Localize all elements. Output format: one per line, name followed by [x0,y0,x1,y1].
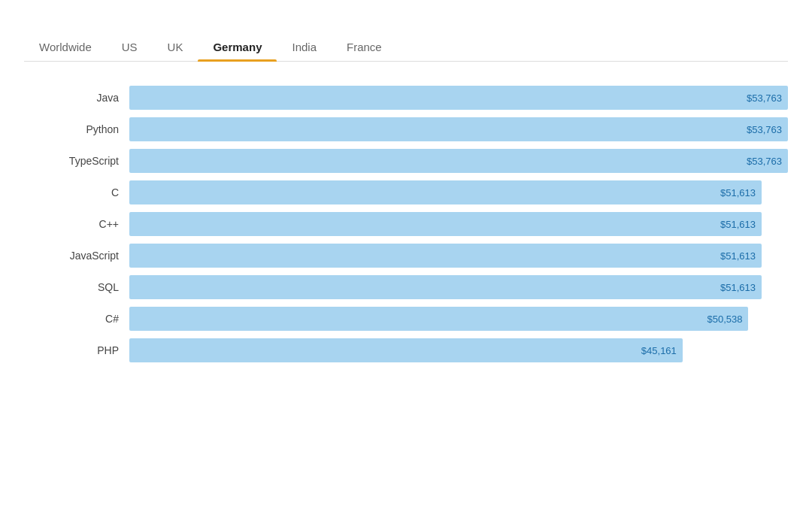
bar-fill: $50,538 [129,307,748,331]
bar-container: $51,613 [129,180,788,204]
bar-value: $53,763 [747,92,782,104]
bar-container: $51,613 [129,212,788,236]
bar-container: $53,763 [129,117,788,141]
bar-label: C++ [39,218,129,230]
tab-us[interactable]: US [107,33,153,61]
bar-row: SQL$51,613 [39,275,788,299]
bar-label: C [39,186,129,198]
bar-container: $51,613 [129,275,788,299]
tab-germany[interactable]: Germany [198,33,277,61]
bar-fill: $45,161 [129,338,683,362]
bar-value: $51,613 [720,219,756,230]
bar-label: Python [39,123,129,135]
bar-fill: $51,613 [129,212,762,236]
bar-row: PHP$45,161 [39,338,788,362]
bar-label: C# [39,313,129,325]
bar-value: $53,763 [747,156,782,167]
bar-chart: Java$53,763Python$53,763TypeScript$53,76… [24,86,788,362]
bar-row: TypeScript$53,763 [39,149,788,173]
bar-label: PHP [39,344,129,356]
bar-value: $50,538 [707,314,742,325]
tab-india[interactable]: India [277,33,332,61]
bar-label: TypeScript [39,155,129,167]
bar-container: $45,161 [129,338,788,362]
bar-value: $53,763 [747,124,782,135]
bar-row: Python$53,763 [39,117,788,141]
bar-fill: $51,613 [129,244,762,268]
bar-value: $45,161 [641,345,677,356]
bar-row: Java$53,763 [39,86,788,110]
bar-fill: $53,763 [129,86,788,110]
bar-row: C++$51,613 [39,212,788,236]
bar-row: C$51,613 [39,180,788,204]
region-tabs: WorldwideUSUKGermanyIndiaFrance [24,33,788,62]
bar-fill: $53,763 [129,117,788,141]
bar-label: SQL [39,281,129,293]
bar-container: $53,763 [129,86,788,110]
bar-value: $51,613 [720,282,756,293]
bar-container: $51,613 [129,244,788,268]
tab-uk[interactable]: UK [153,33,198,61]
bar-container: $50,538 [129,307,788,331]
bar-row: C#$50,538 [39,307,788,331]
bar-value: $51,613 [720,187,756,198]
bar-label: Java [39,92,129,104]
bar-container: $53,763 [129,149,788,173]
tab-france[interactable]: France [332,33,397,61]
bar-value: $51,613 [720,250,756,262]
bar-label: JavaScript [39,250,129,262]
bar-fill: $53,763 [129,149,788,173]
bar-fill: $51,613 [129,275,762,299]
bar-fill: $51,613 [129,180,762,204]
bar-row: JavaScript$51,613 [39,244,788,268]
tab-worldwide[interactable]: Worldwide [24,33,107,61]
